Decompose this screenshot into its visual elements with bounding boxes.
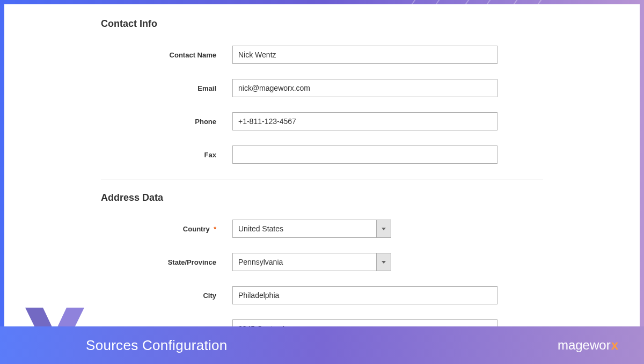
chevron-down-icon[interactable] (376, 220, 391, 238)
brand-text: magewor (558, 338, 611, 353)
contact-name-row: Contact Name (101, 46, 543, 64)
city-input[interactable] (232, 286, 497, 304)
fax-input[interactable] (232, 145, 497, 164)
chevron-down-icon[interactable] (376, 253, 391, 271)
country-row: Country * United States (101, 220, 543, 238)
brand-logo: mageworx (558, 338, 618, 353)
phone-row: Phone (101, 112, 543, 130)
email-row: Email (101, 79, 543, 97)
country-label-text: Country (183, 225, 210, 233)
footer-title: Sources Configuration (86, 337, 228, 354)
street-row: Street (101, 319, 543, 326)
fax-row: Fax (101, 145, 543, 164)
section-divider (101, 179, 543, 179)
country-select[interactable]: United States (232, 220, 391, 238)
city-label: City (101, 292, 232, 300)
form-panel: Contact Info Contact Name Email Phone Fa… (4, 4, 640, 326)
contact-name-input[interactable] (232, 46, 497, 64)
country-label: Country * (101, 225, 232, 233)
state-select-value: Pennsylvania (232, 253, 376, 271)
state-select[interactable]: Pennsylvania (232, 253, 391, 271)
fax-label: Fax (101, 151, 232, 159)
brand-x-icon: x (611, 338, 618, 353)
contact-name-label: Contact Name (101, 51, 232, 59)
country-select-value: United States (232, 220, 376, 238)
footer-bar: Sources Configuration mageworx (0, 326, 644, 364)
state-row: State/Province Pennsylvania (101, 253, 543, 271)
street-input[interactable] (232, 319, 497, 326)
contact-info-title: Contact Info (101, 18, 543, 30)
email-label: Email (101, 84, 232, 92)
phone-input[interactable] (232, 112, 497, 130)
email-input[interactable] (232, 79, 497, 97)
address-data-title: Address Data (101, 192, 543, 203)
state-label: State/Province (101, 258, 232, 266)
required-indicator: * (214, 225, 216, 233)
outer-frame: Contact Info Contact Name Email Phone Fa… (0, 0, 644, 364)
phone-label: Phone (101, 118, 232, 126)
city-row: City (101, 286, 543, 304)
